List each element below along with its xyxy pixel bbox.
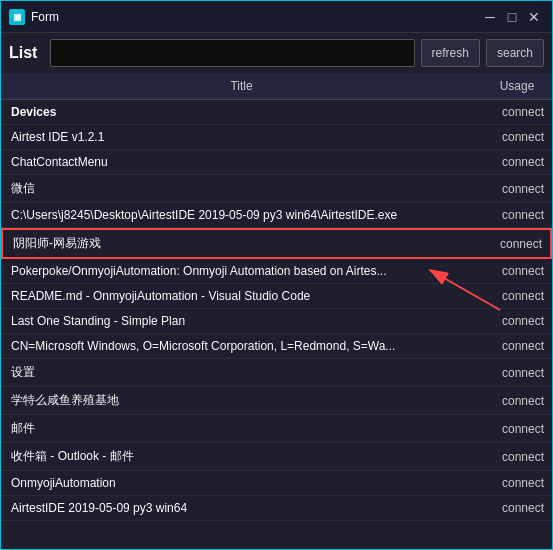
row-title: 收件箱 - Outlook - 邮件	[1, 443, 482, 470]
row-usage[interactable]: connect	[482, 361, 552, 385]
row-usage[interactable]: connect	[482, 417, 552, 441]
row-title: README.md - OnmyojiAutomation - Visual S…	[1, 284, 482, 308]
close-button[interactable]: ✕	[524, 7, 544, 27]
table-row[interactable]: 邮件connect	[1, 415, 552, 443]
row-usage[interactable]: connect	[482, 203, 552, 227]
table-row[interactable]: C:\Users\j8245\Desktop\AirtestIDE 2019-0…	[1, 203, 552, 228]
minimize-button[interactable]: ─	[480, 7, 500, 27]
row-usage[interactable]: connect	[482, 150, 552, 174]
table-body[interactable]: DevicesconnectAirtest IDE v1.2.1connectC…	[1, 100, 552, 549]
window-controls: ─ □ ✕	[480, 7, 544, 27]
row-title: 微信	[1, 175, 482, 202]
row-usage[interactable]: connect	[482, 309, 552, 333]
row-usage[interactable]: connect	[482, 471, 552, 495]
table-row[interactable]: Last One Standing - Simple Planconnect	[1, 309, 552, 334]
maximize-button[interactable]: □	[502, 7, 522, 27]
row-title: 阴阳师-网易游戏	[3, 230, 480, 257]
table-row[interactable]: Devicesconnect	[1, 100, 552, 125]
title-bar: ▣ Form ─ □ ✕	[1, 1, 552, 33]
row-usage[interactable]: connect	[482, 177, 552, 201]
table-row[interactable]: Airtest IDE v1.2.1connect	[1, 125, 552, 150]
row-usage[interactable]: connect	[482, 334, 552, 358]
table-row[interactable]: ChatContactMenuconnect	[1, 150, 552, 175]
row-usage[interactable]: connect	[482, 125, 552, 149]
toolbar-label: List	[9, 44, 44, 62]
row-title: Airtest IDE v1.2.1	[1, 125, 482, 149]
row-usage[interactable]: connect	[482, 445, 552, 469]
row-title: AirtestIDE 2019-05-09 py3 win64	[1, 496, 482, 520]
row-usage[interactable]: connect	[482, 284, 552, 308]
window-title: Form	[31, 10, 480, 24]
main-window: ▣ Form ─ □ ✕ List refresh search Title U…	[0, 0, 553, 550]
row-title: 邮件	[1, 415, 482, 442]
table-row[interactable]: README.md - OnmyojiAutomation - Visual S…	[1, 284, 552, 309]
table-row[interactable]: CN=Microsoft Windows, O=Microsoft Corpor…	[1, 334, 552, 359]
row-title: CN=Microsoft Windows, O=Microsoft Corpor…	[1, 334, 482, 358]
table-row[interactable]: Pokerpoke/OnmyojiAutomation: Onmyoji Aut…	[1, 259, 552, 284]
row-title: Pokerpoke/OnmyojiAutomation: Onmyoji Aut…	[1, 259, 482, 283]
table-row[interactable]: AirtestIDE 2019-05-09 py3 win64connect	[1, 496, 552, 521]
row-usage[interactable]: connect	[482, 389, 552, 413]
table-row[interactable]: 收件箱 - Outlook - 邮件connect	[1, 443, 552, 471]
row-title: Last One Standing - Simple Plan	[1, 309, 482, 333]
table-row[interactable]: 设置connect	[1, 359, 552, 387]
table-header: Title Usage	[1, 73, 552, 100]
row-title: 设置	[1, 359, 482, 386]
row-usage[interactable]: connect	[482, 100, 552, 124]
row-title: ChatContactMenu	[1, 150, 482, 174]
search-input[interactable]	[50, 39, 415, 67]
search-button[interactable]: search	[486, 39, 544, 67]
table-row[interactable]: OnmyojiAutomationconnect	[1, 471, 552, 496]
row-usage[interactable]: connect	[482, 259, 552, 283]
usage-column-header: Usage	[482, 73, 552, 99]
row-title: Devices	[1, 100, 482, 124]
refresh-button[interactable]: refresh	[421, 39, 480, 67]
row-title: C:\Users\j8245\Desktop\AirtestIDE 2019-0…	[1, 203, 482, 227]
table-row[interactable]: 学特么咸鱼养殖基地connect	[1, 387, 552, 415]
row-title: OnmyojiAutomation	[1, 471, 482, 495]
table-row[interactable]: 微信connect	[1, 175, 552, 203]
app-icon: ▣	[9, 9, 25, 25]
row-usage[interactable]: connect	[482, 496, 552, 520]
toolbar: List refresh search	[1, 33, 552, 73]
row-usage[interactable]: connect	[480, 232, 550, 256]
table-container: Title Usage DevicesconnectAirtest IDE v1…	[1, 73, 552, 549]
table-row[interactable]: 阴阳师-网易游戏connect	[1, 228, 552, 259]
row-title: 学特么咸鱼养殖基地	[1, 387, 482, 414]
title-column-header: Title	[1, 73, 482, 99]
